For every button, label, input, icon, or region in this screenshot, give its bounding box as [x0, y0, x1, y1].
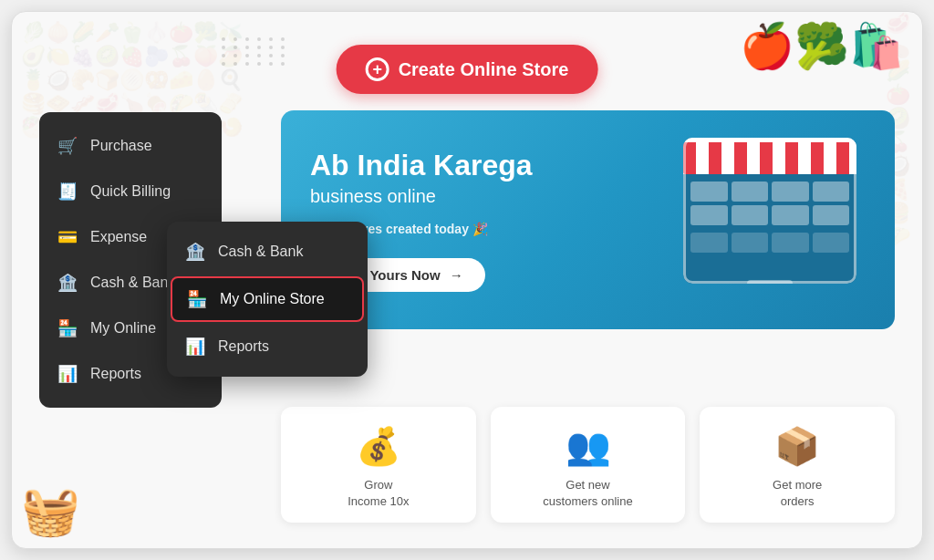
- grow-income-title: Grow Income 10x: [348, 477, 409, 510]
- grow-income-emoji: 💰: [356, 425, 401, 468]
- sidebar-quick-billing-label: Quick Billing: [90, 183, 171, 200]
- sidebar-my-online-store-label: My Online: [90, 320, 156, 337]
- store-cell: [772, 181, 809, 202]
- hero-banner: Ab India Karega business online 994+ Sto…: [281, 110, 895, 329]
- more-orders-emoji: 📦: [774, 425, 820, 468]
- dropdown-item-my-online-store[interactable]: 🏪 My Online Store: [171, 276, 364, 322]
- store-cell: [690, 205, 728, 225]
- screen-notch-decoration: [747, 280, 793, 284]
- dropdown-menu: 🏦 Cash & Bank 🏪 My Online Store 📊 Report…: [167, 222, 368, 377]
- new-customers-line1: Get new: [566, 478, 609, 492]
- grow-income-line1: Grow: [364, 478, 392, 492]
- plus-icon: +: [366, 57, 389, 81]
- store-cell: [772, 205, 809, 225]
- feature-cards-area: 💰 Grow Income 10x 👥 Get new customers on…: [281, 407, 895, 523]
- purchase-icon: 🛒: [57, 136, 78, 156]
- more-orders-line1: Get more: [773, 478, 822, 492]
- hero-subtitle: business online: [310, 186, 683, 207]
- sidebar-purchase-label: Purchase: [90, 138, 152, 154]
- more-orders-line2: orders: [781, 494, 815, 508]
- more-orders-title: Get more orders: [773, 477, 822, 510]
- feature-card-new-customers: 👥 Get new customers online: [491, 407, 686, 523]
- store-cell-bottom: [690, 233, 728, 253]
- fruits-decoration: 🍎🥦🛍️: [740, 21, 904, 72]
- store-cell: [813, 181, 850, 202]
- store-cell-bottom: [813, 233, 850, 253]
- store-bottom-row: [683, 233, 856, 253]
- dropdown-item-cash-bank[interactable]: 🏦 Cash & Bank: [167, 229, 368, 275]
- feature-card-grow-income: 💰 Grow Income 10x: [281, 407, 476, 523]
- dropdown-cash-bank-label: Cash & Bank: [218, 244, 303, 260]
- dropdown-cash-bank-icon: 🏦: [185, 242, 205, 262]
- sidebar-item-quick-billing[interactable]: 🧾 Quick Billing: [39, 169, 222, 214]
- hero-title: Ab India Karega: [310, 148, 683, 182]
- dropdown-item-reports[interactable]: 📊 Reports: [167, 324, 368, 369]
- hero-cta-arrow: →: [450, 267, 463, 283]
- sidebar-expense-label: Expense: [90, 229, 147, 245]
- store-cell-bottom: [732, 233, 769, 253]
- dropdown-my-online-store-icon: 🏪: [187, 289, 207, 309]
- main-screen: 🥬🧅🌽🥕🫑🧄🍅🥦🫒🥑🍋🍇🥝🍓🫐🍒🍑🥭🍍🥥🥐🍞🫓🥨🧀🥚🍳🥞🧇🥓🥩🍗🍖🌮🌯🫔🥙🧆🥚🍲…: [11, 11, 923, 549]
- store-cell: [732, 181, 769, 202]
- sidebar-reports-label: Reports: [90, 366, 141, 382]
- store-cell: [813, 205, 850, 225]
- grow-income-line2: Income 10x: [348, 494, 409, 508]
- store-mockup: [683, 138, 856, 284]
- sidebar-item-purchase[interactable]: 🛒 Purchase: [39, 123, 222, 169]
- awning-stripes: [683, 142, 856, 174]
- quick-billing-icon: 🧾: [57, 181, 78, 202]
- reports-icon: 📊: [57, 364, 78, 384]
- sidebar-cash-bank-label: Cash & Bank: [90, 275, 175, 291]
- store-cell: [732, 205, 769, 225]
- dropdown-reports-label: Reports: [218, 338, 269, 355]
- expense-icon: 💳: [57, 227, 78, 247]
- create-store-button[interactable]: + Create Online Store: [337, 45, 598, 94]
- dot-grid-decoration: [222, 37, 288, 66]
- dropdown-reports-icon: 📊: [185, 337, 205, 357]
- store-top: [683, 138, 856, 174]
- new-customers-emoji: 👥: [566, 425, 611, 468]
- feature-card-more-orders: 📦 Get more orders: [700, 407, 895, 523]
- store-cell: [690, 181, 728, 202]
- store-cell-bottom: [772, 233, 809, 253]
- new-customers-line2: customers online: [543, 494, 632, 508]
- basket-decoration: 🧺: [21, 483, 80, 539]
- my-online-store-icon: 🏪: [57, 318, 78, 338]
- dropdown-my-online-store-label: My Online Store: [220, 291, 325, 307]
- create-store-label: Create Online Store: [399, 59, 569, 80]
- hero-visual: [683, 138, 866, 302]
- store-product-grid: [683, 174, 856, 233]
- cash-bank-icon: 🏦: [57, 273, 78, 293]
- new-customers-title: Get new customers online: [543, 477, 632, 510]
